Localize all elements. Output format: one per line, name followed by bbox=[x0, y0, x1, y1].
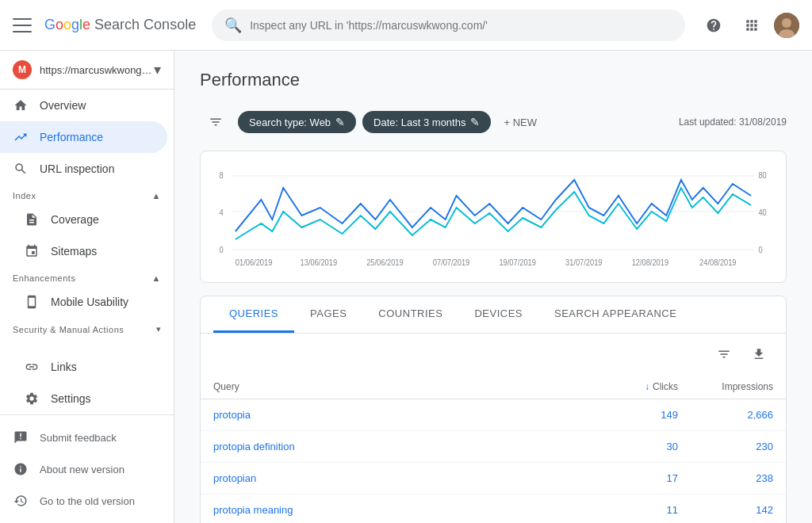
file-icon bbox=[24, 212, 40, 227]
sidebar-item-label: About new version bbox=[40, 464, 124, 475]
search-type-label: Search type: Web bbox=[249, 116, 331, 128]
avatar[interactable] bbox=[774, 13, 799, 38]
section-security: Security & Manual Actions ▾ bbox=[0, 318, 174, 338]
tab-devices[interactable]: DEVICES bbox=[458, 296, 538, 333]
chevron-up-icon[interactable]: ▲ bbox=[152, 273, 161, 283]
cell-clicks: 149 bbox=[583, 409, 678, 421]
cell-impressions: 2,666 bbox=[678, 409, 773, 421]
performance-chart: 8 4 0 80 40 0 01/06/2019 13/06/2019 25/0… bbox=[213, 164, 773, 267]
tab-queries[interactable]: QUERIES bbox=[213, 296, 294, 333]
cell-impressions: 238 bbox=[678, 472, 773, 484]
sidebar-item-mobile-usability[interactable]: Mobile Usability bbox=[0, 286, 167, 318]
mobile-icon bbox=[24, 294, 40, 310]
tab-pages[interactable]: PAGES bbox=[294, 296, 362, 333]
trending-up-icon bbox=[13, 129, 29, 145]
search-bar: 🔍 bbox=[212, 10, 685, 41]
chevron-down-icon[interactable]: ▾ bbox=[156, 324, 162, 334]
chevron-up-icon[interactable]: ▲ bbox=[152, 191, 161, 200]
add-filter-button[interactable]: + NEW bbox=[497, 112, 543, 133]
history-icon bbox=[13, 493, 29, 509]
svg-text:0: 0 bbox=[219, 246, 223, 254]
tabs-container: QUERIES PAGES COUNTRIES DEVICES SEARCH A… bbox=[200, 296, 787, 523]
svg-text:24/08/2019: 24/08/2019 bbox=[699, 258, 736, 267]
svg-text:40: 40 bbox=[758, 208, 766, 217]
sort-arrow-icon: ↓ bbox=[645, 381, 649, 392]
sidebar-item-settings[interactable]: Settings bbox=[0, 383, 167, 414]
feedback-icon bbox=[13, 429, 29, 445]
header-right bbox=[698, 10, 799, 41]
sidebar-footer: Submit feedback About new version Go to … bbox=[0, 414, 174, 523]
table-row: protopia definition 30 230 bbox=[201, 431, 786, 463]
svg-text:25/06/2019: 25/06/2019 bbox=[366, 258, 403, 267]
svg-text:0: 0 bbox=[758, 246, 762, 254]
search-icon bbox=[13, 161, 29, 177]
sidebar-item-go-to-old-version[interactable]: Go to the old version bbox=[0, 485, 174, 517]
date-range-filter[interactable]: Date: Last 3 months ✎ bbox=[362, 111, 491, 133]
menu-icon[interactable] bbox=[13, 16, 32, 35]
svg-text:13/06/2019: 13/06/2019 bbox=[301, 258, 337, 267]
table-row: protopian 17 238 bbox=[201, 463, 786, 494]
apps-icon[interactable] bbox=[736, 10, 768, 41]
svg-point-1 bbox=[782, 18, 791, 28]
date-range-label: Date: Last 3 months bbox=[373, 116, 465, 128]
filter-icon[interactable] bbox=[200, 106, 232, 138]
sidebar-item-overview[interactable]: Overview bbox=[0, 90, 167, 121]
cell-clicks: 30 bbox=[583, 441, 678, 452]
site-favicon: M bbox=[13, 60, 32, 79]
edit-icon: ✎ bbox=[470, 116, 480, 128]
cell-query[interactable]: protopian bbox=[213, 472, 583, 484]
logo: Google Search Console bbox=[44, 17, 196, 33]
cell-query[interactable]: protopia meaning bbox=[213, 504, 583, 516]
table-header: Query ↓ Clicks Impressions bbox=[201, 375, 786, 399]
sidebar-item-label: Settings bbox=[51, 392, 91, 405]
help-icon[interactable] bbox=[698, 10, 730, 41]
col-header-impressions: Impressions bbox=[678, 381, 773, 392]
search-icon: 🔍 bbox=[224, 17, 242, 34]
svg-text:19/07/2019: 19/07/2019 bbox=[499, 258, 535, 267]
sidebar-item-about-new-version[interactable]: About new version bbox=[0, 453, 174, 485]
sidebar-item-label: URL inspection bbox=[40, 162, 114, 175]
sidebar-item-label: Mobile Usability bbox=[51, 296, 128, 308]
col-header-clicks[interactable]: ↓ Clicks bbox=[583, 381, 678, 392]
sidebar: M https://marcuswkwong.com/ ▾ Overview P… bbox=[0, 51, 174, 523]
table-row: protopia 149 2,666 bbox=[201, 399, 786, 431]
sidebar-item-sitemaps[interactable]: Sitemaps bbox=[0, 235, 167, 267]
cell-clicks: 11 bbox=[583, 504, 678, 516]
sidebar-item-performance[interactable]: Performance bbox=[0, 121, 167, 153]
edit-icon: ✎ bbox=[335, 116, 345, 128]
main-content: Performance Search type: Web ✎ Date: Las… bbox=[174, 51, 812, 523]
cell-query[interactable]: protopia bbox=[213, 409, 583, 421]
sidebar-item-submit-feedback[interactable]: Submit feedback bbox=[0, 422, 174, 453]
svg-text:31/07/2019: 31/07/2019 bbox=[565, 258, 602, 267]
col-header-query: Query bbox=[213, 381, 583, 392]
table-actions bbox=[201, 334, 786, 375]
tabs-header: QUERIES PAGES COUNTRIES DEVICES SEARCH A… bbox=[201, 296, 786, 334]
link-icon bbox=[24, 359, 40, 375]
search-type-filter[interactable]: Search type: Web ✎ bbox=[238, 111, 356, 133]
tab-search-appearance[interactable]: SEARCH APPEARANCE bbox=[538, 296, 692, 333]
sidebar-item-label: Go to the old version bbox=[40, 495, 135, 507]
filter-table-icon[interactable] bbox=[710, 340, 738, 368]
cell-impressions: 230 bbox=[678, 441, 773, 452]
sidebar-item-url-inspection[interactable]: URL inspection bbox=[0, 153, 167, 185]
info-icon bbox=[13, 461, 29, 477]
layout: M https://marcuswkwong.com/ ▾ Overview P… bbox=[0, 51, 812, 523]
sidebar-item-label: Sitemaps bbox=[51, 245, 97, 258]
sidebar-item-label: Overview bbox=[40, 99, 86, 112]
download-icon[interactable] bbox=[745, 340, 773, 368]
search-input[interactable] bbox=[250, 19, 672, 32]
sidebar-item-coverage[interactable]: Coverage bbox=[0, 204, 167, 235]
section-enhancements: Enhancements ▲ bbox=[0, 267, 174, 286]
cell-query[interactable]: protopia definition bbox=[213, 441, 583, 452]
tab-countries[interactable]: COUNTRIES bbox=[362, 296, 458, 333]
settings-icon bbox=[24, 391, 40, 407]
site-selector[interactable]: M https://marcuswkwong.com/ ▾ bbox=[0, 51, 174, 90]
svg-text:8: 8 bbox=[219, 171, 223, 180]
home-icon bbox=[13, 97, 29, 113]
sidebar-item-label: Submit feedback bbox=[40, 432, 117, 444]
sidebar-item-label: Links bbox=[51, 361, 77, 373]
svg-text:01/06/2019: 01/06/2019 bbox=[236, 258, 272, 267]
filters-bar: Search type: Web ✎ Date: Last 3 months ✎… bbox=[200, 106, 787, 138]
sidebar-item-links[interactable]: Links bbox=[0, 351, 167, 383]
section-index: Index ▲ bbox=[0, 185, 174, 204]
